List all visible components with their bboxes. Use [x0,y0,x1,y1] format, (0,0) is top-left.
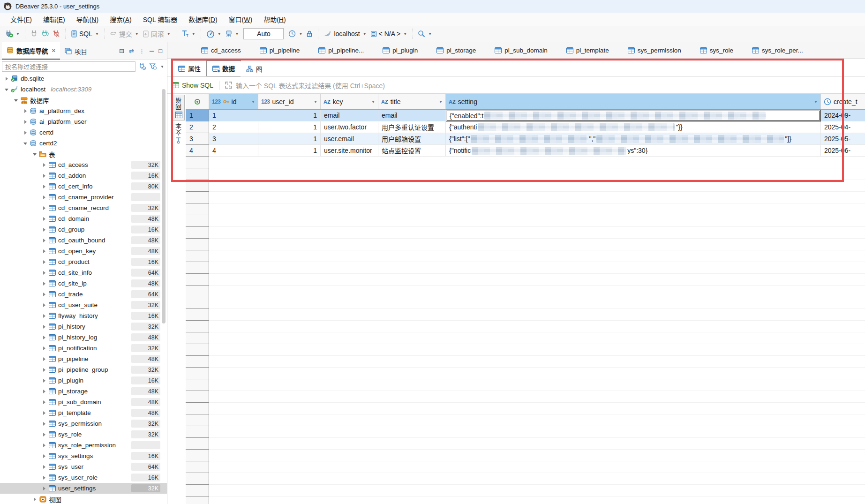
result-tab-数据[interactable]: 数据 [206,60,241,76]
collapse-all-icon[interactable]: ⊟ [119,47,124,54]
editor-tab-sys_role[interactable]: sys_role [700,47,733,54]
tree-item-sys_user_role[interactable]: sys_user_role16K [0,472,167,483]
cell-id[interactable]: 2 [209,121,258,133]
column-filter-arrow-icon[interactable]: ▼ [814,100,818,104]
chevron-down-icon[interactable]: ▼ [95,32,99,36]
tree-item-cd_site_info[interactable]: cd_site_info64K [0,267,167,278]
sidebar-scrollbar[interactable] [162,89,165,323]
column-header-key[interactable]: AZkey▼ [321,94,378,109]
lock-button[interactable] [304,29,315,39]
editor-tab-sys_role_per...[interactable]: sys_role_per... [752,47,803,54]
cell-create-time[interactable]: 2025-06- [821,145,865,157]
cell-setting[interactable]: {"list":["",""]} [446,133,821,145]
cell-title[interactable]: 站点监控设置 [378,145,446,157]
cell-setting[interactable]: {"enabled":t [446,110,821,121]
tree-item-certd[interactable]: certd [0,127,167,138]
row-number[interactable] [186,192,209,203]
chevron-down-icon[interactable] [23,142,27,145]
tree-item-pi_template[interactable]: pi_template48K [0,407,167,418]
chevron-right-icon[interactable] [42,444,46,447]
chevron-right-icon[interactable] [42,282,46,286]
row-number[interactable] [186,239,209,250]
cell-create-time[interactable]: 2025-05- [821,133,865,145]
chevron-right-icon[interactable] [42,422,46,426]
show-sql-button[interactable]: Show SQL [172,82,213,89]
tree-item-pi_sub_domain[interactable]: pi_sub_domain48K [0,397,167,407]
column-filter-arrow-icon[interactable]: ▼ [439,100,443,104]
row-number[interactable] [186,262,209,274]
cell-setting[interactable]: {"authenti"}} [446,121,821,133]
new-connection-button[interactable]: ▼ [3,29,22,39]
cell-create-time[interactable]: 2024-09- [821,110,865,121]
row-number[interactable] [186,379,209,391]
chevron-down-icon[interactable]: ▼ [299,32,302,36]
chevron-right-icon[interactable] [42,228,46,232]
grid-corner-cell[interactable] [186,94,209,109]
tree-item-certd2[interactable]: certd2 [0,138,167,149]
row-number[interactable] [186,286,209,297]
chevron-right-icon[interactable] [42,325,46,329]
cell-key[interactable]: user.email [321,133,378,145]
tree-item-表[interactable]: 表 [0,149,167,159]
filter-funnel-icon[interactable] [149,63,157,70]
chevron-right-icon[interactable] [42,271,46,275]
tab-database-navigator[interactable]: 数据库导航 × [2,42,60,60]
tree-item-cd_open_key[interactable]: cd_open_key48K [0,246,167,256]
editor-tab-pi_storage[interactable]: pi_storage [436,47,476,54]
tree-item-cd_addon[interactable]: cd_addon16K [0,170,167,181]
cell-id[interactable]: 1 [209,110,258,121]
chevron-right-icon[interactable] [5,77,8,81]
chevron-right-icon[interactable] [42,174,46,178]
chevron-right-icon[interactable] [42,465,46,469]
row-number[interactable]: 2 [186,121,209,133]
chevron-right-icon[interactable] [42,260,46,264]
editor-tab-pi_template[interactable]: pi_template [566,47,609,54]
chevron-right-icon[interactable] [42,239,46,242]
editor-tab-pi_pipeline...[interactable]: pi_pipeline... [318,47,364,54]
filter-connections-input[interactable] [2,61,135,72]
chevron-right-icon[interactable] [23,120,27,124]
row-number[interactable]: 1 [186,110,209,121]
row-number[interactable] [186,297,209,309]
chevron-down-icon[interactable]: ▼ [235,32,239,36]
cell-title[interactable]: 用户多重认证设置 [378,121,446,133]
cell-user_id[interactable]: 1 [258,133,321,145]
tree-item-ai_platform_dex[interactable]: ai_platform_dex [0,105,167,116]
row-number[interactable] [186,496,209,504]
row-number[interactable] [186,332,209,344]
result-tab-属性[interactable]: 属性 [172,60,207,76]
menu-item-编辑[interactable]: 编辑(E) [38,13,71,26]
chevron-right-icon[interactable] [23,109,27,113]
editor-tab-pi_sub_domain[interactable]: pi_sub_domain [495,47,548,54]
cell-key[interactable]: email [321,110,378,121]
editor-tab-sys_permission[interactable]: sys_permission [628,47,681,54]
tree-item-cd_oauth_bound[interactable]: cd_oauth_bound48K [0,235,167,246]
row-number[interactable]: 3 [186,133,209,145]
cell-user_id[interactable]: 1 [258,145,321,157]
chevron-right-icon[interactable] [33,497,37,501]
side-tab-text[interactable]: 文本 [173,120,185,146]
tree-item-pi_pipeline[interactable]: pi_pipeline48K [0,354,167,364]
row-number[interactable] [186,215,209,227]
tree-item-数据库[interactable]: 数据库 [0,95,167,105]
chevron-right-icon[interactable] [42,314,46,318]
reconnect-button[interactable] [39,29,51,39]
cell-id[interactable]: 3 [209,133,258,145]
tree-item-cd_cname_record[interactable]: cd_cname_record32K [0,203,167,213]
connect-filter-icon[interactable] [138,63,146,70]
row-number[interactable] [186,321,209,332]
chevron-right-icon[interactable] [42,454,46,458]
chevron-right-icon[interactable] [42,346,46,350]
column-filter-arrow-icon[interactable]: ▼ [314,100,317,104]
column-header-user_id[interactable]: 123user_id▼ [258,94,321,109]
rollback-button[interactable]: 回滚 ▼ [141,28,173,40]
editor-tab-pi_pipeline[interactable]: pi_pipeline [260,47,300,54]
tree-item-db.sqlite[interactable]: db.sqlite [0,73,167,84]
row-number[interactable] [186,403,209,414]
menu-item-搜索[interactable]: 搜索(A) [104,13,137,26]
cell-title[interactable]: email [378,110,446,121]
chevron-right-icon[interactable] [42,487,46,490]
tree-item-pi_notification[interactable]: pi_notification32K [0,343,167,354]
column-filter-arrow-icon[interactable]: ▼ [371,100,375,104]
row-number[interactable]: 4 [186,145,209,157]
